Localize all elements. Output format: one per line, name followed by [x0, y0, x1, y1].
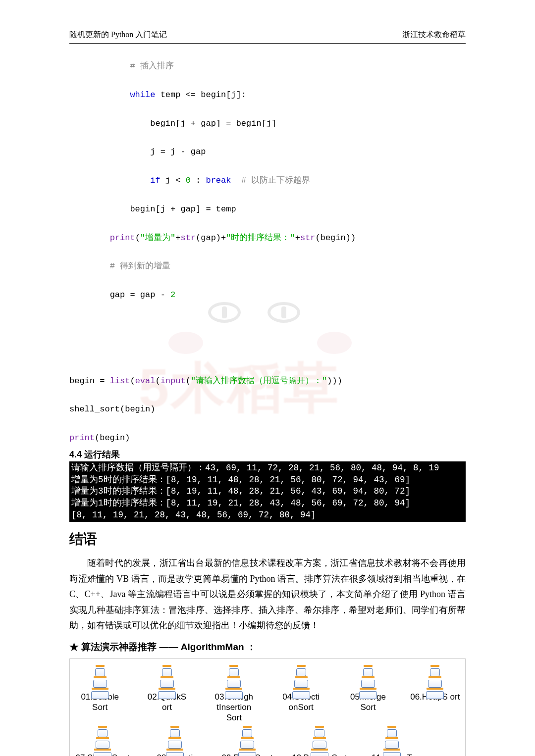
algo-item[interactable]: 02.QuickS ort [142, 665, 192, 723]
algo-icon [164, 726, 186, 751]
terminal-line: 增量为5时的排序结果：[8, 19, 11, 48, 28, 21, 56, 8… [71, 475, 410, 485]
terminal-output: 请输入排序数据（用逗号隔开）：43, 69, 11, 72, 28, 21, 5… [69, 461, 466, 522]
code-comment: # 插入排序 [130, 61, 173, 71]
terminal-line: 请输入排序数据（用逗号隔开）：43, 69, 11, 72, 28, 21, 5… [71, 463, 439, 473]
algorithm-grid: 01.Bubble Sort 02.QuickS ort 03.Straigh … [69, 658, 466, 756]
section-heading: 4.4 运行结果 [69, 449, 466, 460]
algorithm-row-1: 01.Bubble Sort 02.QuickS ort 03.Straigh … [75, 665, 460, 723]
code-block: # 插入排序 while temp <= begin[j]: begin[j +… [69, 59, 466, 446]
algo-item[interactable]: 07.Shell'sS ort [75, 726, 130, 756]
fn-print: print [110, 233, 135, 243]
algo-item[interactable]: 01.Bubble Sort [75, 665, 125, 723]
algo-item[interactable]: 03.Straigh tInsertion Sort [209, 665, 259, 723]
terminal-line: 增量为3时的排序结果：[8, 19, 11, 48, 28, 21, 56, 4… [71, 486, 410, 496]
algo-icon [357, 665, 379, 690]
body-paragraph: 随着时代的发展，浙江省出台最新的信息技术课程改革方案，浙江省信息技术教材将不会再… [69, 555, 466, 634]
algo-icon [290, 665, 312, 690]
algo-item[interactable]: 10.Bucket Sort [292, 726, 347, 756]
header-right: 浙江技术救命稻草 [402, 30, 466, 40]
algo-icon [424, 665, 446, 690]
code-line: j = j - gap [150, 147, 206, 156]
algo-icon [156, 665, 178, 690]
code-comment: # 以防止下标越界 [231, 176, 310, 185]
algo-icon [92, 726, 113, 751]
running-header: 随机更新的 Python 入门笔记 浙江技术救命稻草 [69, 30, 466, 44]
closing-heading: 结语 [69, 530, 466, 549]
algo-item[interactable]: 06.HeapS ort [410, 665, 460, 723]
algo-icon [89, 665, 111, 690]
code-comment: # 得到新的增量 [110, 261, 170, 271]
algo-icon [223, 665, 245, 690]
algo-item[interactable]: 09.RadixS ort [219, 726, 275, 756]
code-line: begin[j + gap] = begin[j] [150, 119, 276, 128]
kw-if: if [150, 176, 160, 185]
code-line: shell_sort(begin) [69, 404, 155, 414]
algo-icon [381, 726, 403, 751]
kw-break: break [206, 176, 231, 185]
algorithm-row-2: 07.Shell'sS ort 08.Counti ngSort 09.Radi… [75, 726, 460, 756]
algo-item[interactable]: 08.Counti ngSort [147, 726, 203, 756]
algo-item[interactable]: 04.Selecti onSort [276, 665, 326, 723]
algo-icon [309, 726, 330, 751]
terminal-line: [8, 11, 19, 21, 28, 43, 48, 56, 69, 72, … [71, 510, 316, 520]
terminal-line: 增量为1时的排序结果：[8, 11, 19, 21, 28, 43, 48, 5… [71, 498, 410, 508]
code-line: begin[j + gap] = temp [130, 204, 236, 214]
fn-print: print [69, 433, 95, 443]
recommend-heading: ★ 算法演示神器推荐 —— AlgorithmMan ： [69, 641, 466, 654]
algo-icon [236, 726, 258, 751]
header-left: 随机更新的 Python 入门笔记 [69, 30, 167, 40]
algo-item[interactable]: 11.BinaryT reeSort [364, 726, 420, 756]
algo-item[interactable]: 05.Merge Sort [343, 665, 393, 723]
kw-while: while [130, 90, 155, 100]
